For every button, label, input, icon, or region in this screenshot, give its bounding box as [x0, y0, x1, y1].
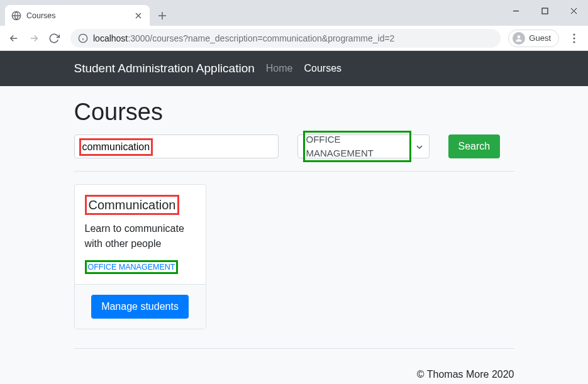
avatar-icon [513, 32, 525, 45]
course-programme-tag[interactable]: OFFICE MANAGEMENT [85, 260, 179, 274]
search-form: communication OFFICE MANAGEMENT Search [74, 134, 514, 158]
divider [74, 348, 514, 349]
manage-students-button[interactable]: Manage students [91, 295, 189, 319]
course-title: Communication [85, 195, 180, 215]
reload-button[interactable] [45, 30, 63, 47]
svg-point-8 [573, 41, 575, 43]
search-button[interactable]: Search [448, 134, 501, 158]
browser-tab[interactable]: Courses [5, 5, 150, 26]
search-input[interactable] [74, 134, 279, 158]
close-icon[interactable] [133, 11, 143, 21]
brand[interactable]: Student Administration Application [74, 62, 255, 75]
svg-point-6 [573, 33, 575, 35]
browser-toolbar: localhost:3000/courses?name_description=… [0, 26, 588, 51]
svg-point-7 [573, 37, 575, 39]
window-close-button[interactable] [559, 0, 588, 21]
course-card: Communication Learn to communicate with … [74, 184, 206, 329]
nav-link-home[interactable]: Home [266, 63, 293, 74]
course-description: Learn to communicate with other people [85, 221, 196, 251]
app-navbar: Student Administration Application Home … [0, 51, 588, 86]
site-info-icon[interactable] [78, 33, 88, 43]
url-path: :3000/courses?name_description=communica… [128, 33, 394, 43]
programme-select[interactable]: OFFICE MANAGEMENT [297, 134, 430, 158]
menu-button[interactable] [565, 30, 583, 47]
tab-strip: Courses [0, 0, 588, 26]
svg-rect-1 [542, 8, 548, 14]
minimize-button[interactable] [501, 0, 530, 21]
forward-button[interactable] [25, 30, 43, 47]
browser-chrome: Courses localhost:3000/courses?na [0, 0, 588, 51]
profile-chip[interactable]: Guest [508, 30, 559, 47]
address-bar[interactable]: localhost:3000/courses?name_description=… [70, 29, 501, 48]
window-controls [501, 0, 588, 21]
divider [74, 171, 514, 172]
back-button[interactable] [5, 30, 23, 47]
programme-value-highlight: OFFICE MANAGEMENT [303, 131, 411, 162]
footer-text: © Thomas More 2020 [74, 361, 514, 384]
svg-point-5 [518, 35, 521, 38]
tab-title: Courses [26, 11, 133, 20]
page-content: Student Administration Application Home … [0, 51, 588, 384]
new-tab-button[interactable] [153, 7, 171, 25]
globe-icon [11, 11, 21, 21]
chevron-down-icon [416, 142, 423, 151]
profile-label: Guest [529, 33, 551, 43]
url-host: localhost [93, 33, 128, 43]
nav-link-courses[interactable]: Courses [304, 63, 341, 74]
maximize-button[interactable] [530, 0, 559, 21]
page-title: Courses [74, 99, 514, 126]
